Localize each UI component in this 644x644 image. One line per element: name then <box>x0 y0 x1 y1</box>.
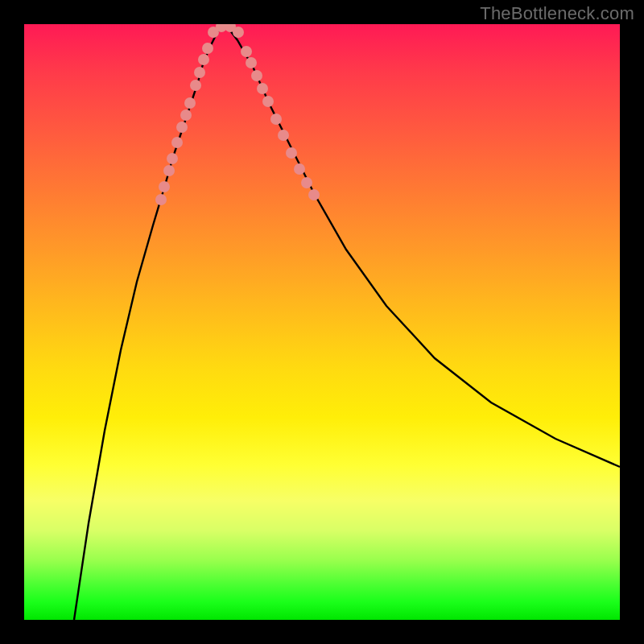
highlight-dot <box>180 109 192 121</box>
highlight-dot <box>294 163 305 175</box>
watermark-text: TheBottleneck.com <box>480 3 634 24</box>
highlight-dot <box>262 96 274 107</box>
highlight-dot <box>198 54 209 65</box>
highlight-dot <box>278 130 289 141</box>
highlight-dot <box>202 43 213 54</box>
highlight-dot <box>233 27 244 38</box>
plot-area <box>24 24 620 620</box>
highlight-dot <box>159 181 170 192</box>
highlight-dot <box>246 57 257 68</box>
left-curve <box>74 24 225 620</box>
highlight-dot <box>257 83 268 94</box>
chart-frame: TheBottleneck.com <box>0 0 644 644</box>
highlight-dot <box>194 67 205 78</box>
highlight-dot <box>190 80 201 91</box>
highlight-dot <box>167 153 178 164</box>
highlight-dot <box>163 165 175 176</box>
highlight-dot <box>251 70 262 81</box>
right-curve <box>225 24 620 467</box>
highlight-dot <box>301 177 312 188</box>
highlight-dot <box>176 122 188 133</box>
highlight-dot <box>155 194 167 205</box>
highlight-dot <box>286 147 297 159</box>
highlight-dot <box>241 46 252 57</box>
highlight-dot <box>308 189 320 200</box>
highlight-dot <box>184 97 196 109</box>
highlight-dot <box>171 137 183 148</box>
highlight-dot <box>270 114 282 125</box>
highlight-dots <box>155 24 320 205</box>
curves-svg <box>24 24 620 620</box>
